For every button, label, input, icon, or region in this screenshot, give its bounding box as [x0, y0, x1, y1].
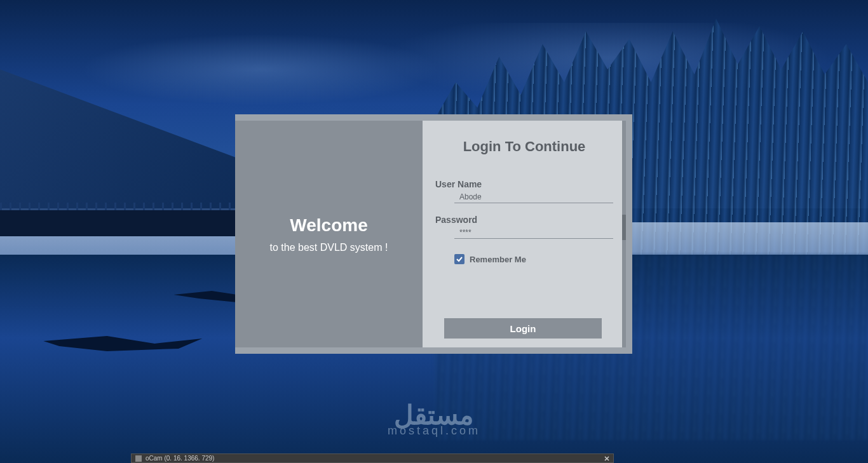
username-label: User Name	[435, 179, 613, 189]
welcome-panel: Welcome to the best DVLD system !	[235, 121, 423, 347]
remember-label: Remember Me	[470, 255, 526, 264]
welcome-subtitle: to the best DVLD system !	[270, 242, 388, 253]
password-label: Password	[435, 215, 613, 225]
username-group: User Name	[435, 179, 613, 203]
welcome-title: Welcome	[290, 215, 367, 236]
watermark: مستقل mostaql.com	[388, 399, 480, 438]
background-bridge	[0, 208, 261, 236]
taskbar-title: oCam (0. 16. 1366. 729)	[146, 455, 214, 462]
username-input[interactable]	[454, 191, 613, 203]
close-icon	[604, 456, 609, 461]
taskbar-close-button[interactable]	[602, 454, 612, 462]
taskbar-window[interactable]: oCam (0. 16. 1366. 729)	[131, 453, 614, 463]
remember-checkbox[interactable]	[454, 254, 465, 264]
password-group: Password	[435, 215, 613, 239]
login-title: Login To Continue	[435, 138, 613, 155]
watermark-latin: mostaql.com	[388, 424, 480, 438]
login-dialog: Welcome to the best DVLD system ! Login …	[235, 114, 632, 354]
login-button[interactable]: Login	[444, 318, 602, 339]
taskbar-app-icon	[135, 455, 142, 462]
password-input[interactable]	[454, 227, 613, 239]
dialog-scroll-thumb[interactable]	[622, 215, 626, 240]
login-panel: Login To Continue User Name Password Rem…	[423, 121, 626, 347]
remember-row: Remember Me	[454, 254, 613, 264]
check-icon	[456, 255, 463, 263]
